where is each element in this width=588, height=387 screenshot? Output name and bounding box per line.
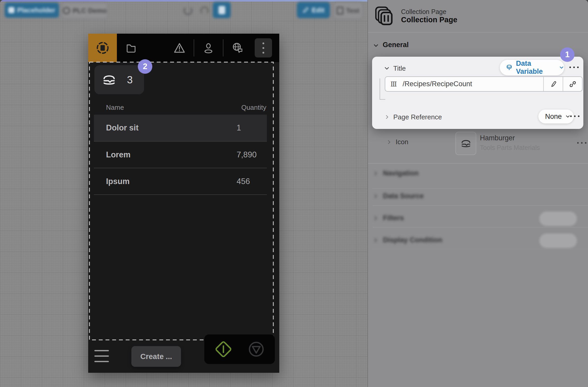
page-reference-dropdown[interactable]: None — [538, 109, 574, 123]
section-general-header[interactable]: General — [383, 41, 409, 49]
chevron-down-icon[interactable] — [373, 42, 379, 49]
test-icon — [337, 7, 343, 14]
link-value-button[interactable] — [563, 80, 582, 88]
binding-type-dropdown[interactable]: Data Variable — [500, 60, 564, 75]
icon-category: Tools Parts Materials — [480, 144, 540, 151]
test-button[interactable]: Test — [334, 2, 363, 19]
plc-demo-label: PLC Demo — [73, 7, 107, 15]
chevron-right-icon — [373, 170, 379, 177]
hamburger-count-card[interactable]: 3 — [94, 65, 144, 94]
panel-toggle-button[interactable] — [213, 2, 231, 18]
page-reference-value: None — [545, 113, 562, 121]
icon-preview-tile[interactable] — [455, 132, 476, 155]
pencil-icon — [549, 80, 557, 88]
section-data-source-label: Data Source — [383, 192, 424, 200]
test-label: Test — [346, 7, 359, 15]
edit-label: Edit — [312, 6, 324, 14]
chevron-right-icon — [373, 215, 379, 221]
menu-badge-count: 3 — [127, 74, 133, 86]
panel-divider — [373, 249, 588, 250]
icon-property-label: Icon — [396, 138, 408, 146]
icon-overflow-menu[interactable] — [577, 142, 586, 144]
panel-toggle-icon — [218, 6, 225, 14]
chevron-right-icon[interactable] — [384, 114, 390, 120]
data-variable-icon — [506, 63, 513, 72]
binding-connector — [380, 78, 385, 100]
run-step-icon[interactable] — [214, 340, 233, 359]
icon-name: Hamburger — [480, 134, 515, 142]
placeholder-button[interactable]: Placeholder — [5, 3, 59, 18]
panel-divider — [368, 163, 588, 164]
placeholder-label: Placeholder — [17, 6, 55, 14]
stop-icon[interactable] — [247, 340, 265, 358]
tutorial-step-badge-2: 2 — [138, 59, 152, 74]
chevron-down-icon[interactable] — [383, 65, 390, 72]
chevron-right-icon — [373, 237, 379, 243]
title-value-field[interactable]: Ⅲ /Recipes/RecipeCount — [385, 76, 583, 92]
chevron-right-icon[interactable] — [386, 139, 392, 145]
title-property-label: Title — [393, 64, 406, 72]
redo-icon — [200, 6, 209, 15]
title-overflow-menu[interactable] — [569, 67, 579, 68]
component-type-label: Collection Page — [401, 8, 446, 16]
panel-divider — [373, 188, 588, 189]
plc-demo-button[interactable]: PLC Demo — [62, 3, 108, 19]
section-filters-header[interactable]: Filters — [373, 214, 404, 222]
section-data-source-header[interactable]: Data Source — [373, 192, 424, 200]
integer-type-icon: Ⅲ — [390, 80, 397, 88]
app-window: Placeholder PLC Demo Edit Test — [0, 0, 588, 387]
phone-preview: 3 2 Name Quantity Dolor sit 1 Lorem 7,89… — [88, 34, 279, 373]
chevron-down-icon — [565, 114, 571, 119]
undo-button[interactable] — [183, 6, 193, 16]
binding-type-label: Data Variable — [516, 60, 555, 76]
edit-value-button[interactable] — [544, 80, 563, 88]
undo-icon — [184, 6, 192, 15]
plc-demo-icon — [63, 7, 70, 14]
title-property-card: Title Data Variable Ⅲ /Recipes/RecipeCou… — [372, 57, 583, 129]
title-value-text: /Recipes/RecipeCount — [403, 80, 543, 88]
panel-divider — [373, 205, 588, 206]
run-controls-panel — [204, 334, 275, 364]
hamburger-icon — [101, 72, 117, 88]
page-reference-label: Page Reference — [393, 113, 442, 121]
placeholder-icon — [8, 7, 14, 13]
properties-panel: Collection Page Collection Page General … — [367, 0, 588, 387]
page-reference-overflow-menu[interactable] — [570, 115, 579, 117]
component-title: Collection Page — [401, 16, 457, 24]
link-icon — [569, 80, 577, 88]
filters-blurred-control — [539, 211, 577, 226]
section-navigation-header[interactable]: Navigation — [373, 169, 419, 177]
panel-divider — [373, 227, 588, 228]
section-display-condition-header[interactable]: Display Condition — [373, 236, 442, 244]
chevron-right-icon — [373, 193, 379, 199]
redo-button[interactable] — [200, 6, 209, 16]
section-display-condition-label: Display Condition — [383, 236, 442, 244]
edit-pencil-icon — [302, 7, 309, 13]
section-navigation-label: Navigation — [383, 169, 419, 177]
chevron-down-icon — [559, 64, 564, 71]
tutorial-step-badge-1: 1 — [560, 47, 575, 62]
panel-divider — [368, 32, 588, 33]
display-condition-blurred-control — [539, 233, 577, 248]
collection-page-icon — [374, 5, 395, 26]
hamburger-icon — [460, 137, 472, 150]
edit-button[interactable]: Edit — [297, 2, 330, 18]
section-filters-label: Filters — [383, 214, 404, 222]
